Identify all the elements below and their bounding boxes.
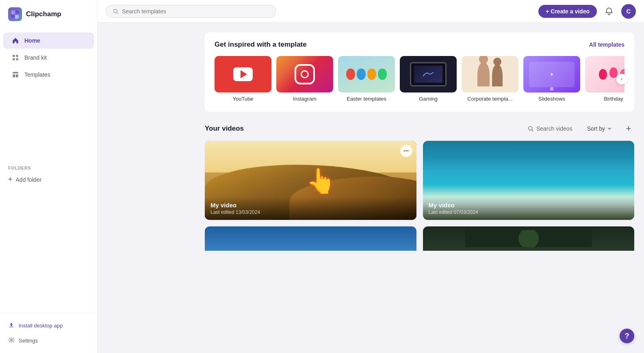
svg-rect-9 xyxy=(13,74,15,77)
app-logo[interactable]: Clipchamp xyxy=(0,0,97,28)
svg-rect-7 xyxy=(16,58,18,60)
app-name: Clipchamp xyxy=(26,10,61,18)
slideshows-label: Slideshows xyxy=(523,96,580,102)
video-overlay-2: My video Last edited 07/03/2024 xyxy=(423,197,635,220)
template-cards: YouTube Instagram xyxy=(215,56,624,102)
svg-rect-4 xyxy=(13,55,15,57)
video-card-4[interactable] xyxy=(423,226,635,251)
monitor-icon xyxy=(410,62,447,86)
create-video-button[interactable]: + Create a video xyxy=(538,5,597,18)
brand-kit-icon xyxy=(11,54,20,62)
balloon-2 xyxy=(609,67,618,78)
svg-rect-6 xyxy=(13,58,15,60)
svg-rect-1 xyxy=(16,11,19,13)
easter-label: Easter templates xyxy=(338,96,395,102)
youtube-thumb xyxy=(215,56,271,93)
templates-next-arrow[interactable]: › xyxy=(616,74,627,84)
search-icon xyxy=(113,8,119,15)
instagram-icon xyxy=(295,64,315,84)
folders-section-label: FOLDERS xyxy=(0,161,97,172)
videos-header: Your videos Search videos Sort by + xyxy=(205,123,634,134)
svg-rect-11 xyxy=(9,327,14,327)
instagram-label: Instagram xyxy=(276,96,333,102)
instagram-inner-icon xyxy=(301,70,309,78)
sidebar-nav: Home Brand kit Templates xyxy=(0,28,97,161)
sort-by-button[interactable]: Sort by xyxy=(583,123,616,134)
svg-rect-5 xyxy=(16,55,18,57)
install-app-button[interactable]: Install desktop app xyxy=(3,318,94,333)
install-label: Install desktop app xyxy=(19,323,63,329)
template-cards-wrapper: YouTube Instagram xyxy=(215,56,624,102)
egg-1 xyxy=(346,69,355,80)
search-videos-label: Search videos xyxy=(536,125,572,132)
settings-icon xyxy=(8,337,15,344)
settings-label: Settings xyxy=(19,338,38,344)
svg-rect-0 xyxy=(11,11,15,14)
video-menu-button-1[interactable]: ··· xyxy=(400,145,412,157)
search-videos-button[interactable]: Search videos xyxy=(523,123,577,134)
balloon-1 xyxy=(599,69,607,80)
template-card-corporate[interactable]: Corporate templa... xyxy=(462,56,518,102)
chevron-down-icon xyxy=(607,126,612,131)
video-card-3[interactable] xyxy=(205,226,416,251)
search-bar[interactable] xyxy=(106,5,276,18)
arrow-icon xyxy=(547,69,557,79)
easter-thumb xyxy=(338,56,395,93)
video-card-1[interactable]: ··· 👆 My video Last edited 13/03/2024 xyxy=(205,141,416,220)
egg-2 xyxy=(357,69,366,80)
templates-section-header: Get inspired with a template All templat… xyxy=(215,41,624,49)
home-icon xyxy=(11,37,20,45)
search-videos-icon xyxy=(527,125,534,132)
install-icon xyxy=(8,322,15,329)
sidebar-item-brand-label: Brand kit xyxy=(24,54,47,61)
video-name-1: My video xyxy=(210,202,411,209)
sidebar-bottom: Install desktop app Settings xyxy=(0,313,97,353)
settings-button[interactable]: Settings xyxy=(3,333,94,348)
all-templates-link[interactable]: All templates xyxy=(589,41,624,48)
youtube-play-icon xyxy=(233,67,253,81)
slideshows-thumb xyxy=(523,56,580,93)
video-overlay-1: My video Last edited 13/03/2024 xyxy=(205,197,416,220)
birthday-label: Birthday xyxy=(585,96,624,102)
svg-point-12 xyxy=(11,339,12,341)
add-folder-button[interactable]: + Add folder xyxy=(0,172,97,187)
template-card-gaming[interactable]: Gaming xyxy=(400,56,457,102)
main-content: Get inspired with a template All templat… xyxy=(195,23,644,353)
sidebar-item-home[interactable]: Home xyxy=(3,32,94,49)
video-grid: ··· 👆 My video Last edited 13/03/2024 My… xyxy=(205,141,634,251)
add-folder-label: Add folder xyxy=(16,176,42,183)
sidebar-item-templates[interactable]: Templates xyxy=(3,67,94,83)
template-card-slideshows[interactable]: Slideshows xyxy=(523,56,580,102)
corporate-label: Corporate templa... xyxy=(462,96,518,102)
video-date-1: Last edited 13/03/2024 xyxy=(210,209,411,215)
logo-icon xyxy=(8,7,22,21)
help-button[interactable]: ? xyxy=(620,329,634,343)
template-card-easter[interactable]: Easter templates xyxy=(338,56,395,102)
video-card-2[interactable]: My video Last edited 07/03/2024 xyxy=(423,141,635,220)
add-folder-icon: + xyxy=(8,175,13,184)
videos-section: Your videos Search videos Sort by + xyxy=(205,123,634,251)
templates-section-title: Get inspired with a template xyxy=(215,41,307,49)
template-card-youtube[interactable]: YouTube xyxy=(215,56,271,102)
svg-rect-3 xyxy=(15,15,19,19)
templates-section: Get inspired with a template All templat… xyxy=(205,32,634,112)
sidebar: Clipchamp Home Brand kit xyxy=(0,0,98,353)
notifications-button[interactable] xyxy=(602,4,616,19)
header: + Create a video C xyxy=(98,0,644,23)
svg-rect-2 xyxy=(11,15,14,18)
sidebar-item-home-label: Home xyxy=(24,37,40,44)
bell-icon xyxy=(605,7,613,15)
youtube-label: YouTube xyxy=(215,96,271,102)
sidebar-item-brand-kit[interactable]: Brand kit xyxy=(3,50,94,66)
plus-icon: + xyxy=(626,123,631,134)
template-card-instagram[interactable]: Instagram xyxy=(276,56,333,102)
add-video-button[interactable]: + xyxy=(623,123,634,134)
svg-rect-10 xyxy=(16,74,18,77)
gaming-thumb xyxy=(400,56,457,93)
egg-4 xyxy=(378,69,387,80)
search-input[interactable] xyxy=(122,8,269,15)
avatar[interactable]: C xyxy=(621,4,636,19)
videos-section-title: Your videos xyxy=(205,125,517,133)
corporate-thumb xyxy=(462,56,518,93)
video-date-2: Last edited 07/03/2024 xyxy=(429,209,629,215)
